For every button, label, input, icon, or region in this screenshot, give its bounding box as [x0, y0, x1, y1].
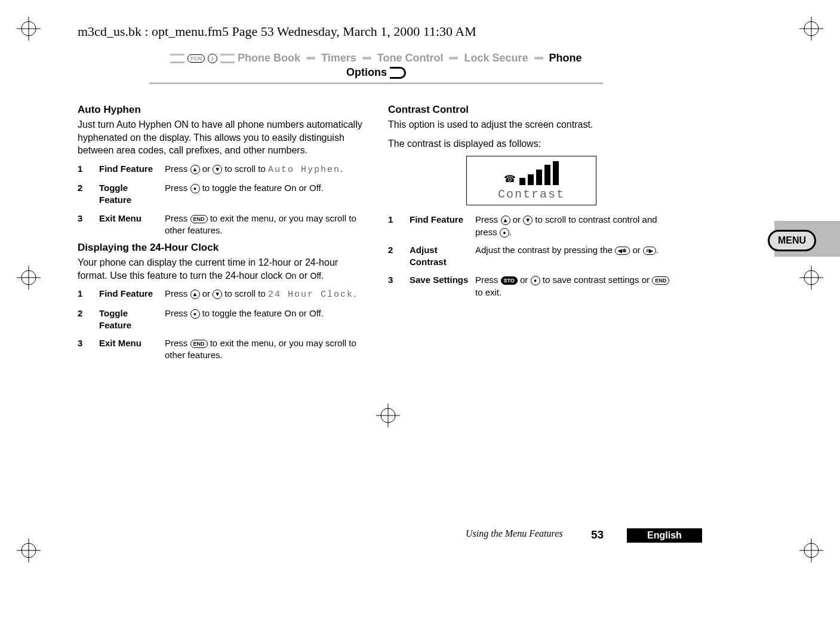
phone-icon: ☎	[504, 173, 516, 186]
paragraph: Your phone can display the current time …	[78, 256, 364, 282]
sto-key-icon: STO	[501, 276, 518, 285]
step-label: Adjust Contrast	[410, 244, 469, 269]
step-label: Toggle Feature	[99, 307, 159, 332]
step-label: Exit Menu	[99, 337, 159, 362]
section-heading-contrast: Contrast Control	[388, 103, 675, 117]
crop-mark-tl	[17, 17, 41, 41]
section-heading-24h: Displaying the 24-Hour Clock	[78, 241, 364, 255]
end-key-icon: END	[190, 340, 208, 348]
crop-mark-bl	[17, 538, 41, 562]
step-text: Press STO or ● to save contrast settings…	[475, 274, 675, 298]
step-label: Exit Menu	[99, 213, 159, 237]
steps-24h: 1 Find Feature Press or to scroll to 24 …	[78, 288, 364, 361]
lcd-contrast-display: ☎ Contrast	[466, 156, 596, 205]
step-text: Press END to exit the menu, or you may s…	[165, 213, 364, 237]
step-label: Toggle Feature	[99, 182, 159, 207]
step-number: 2	[78, 182, 93, 207]
step-text: Press ● to toggle the feature On or Off.	[165, 307, 364, 332]
step-label: Save Settings	[410, 274, 469, 298]
step-label: Find Feature	[99, 163, 159, 176]
strip-sep-icon: ━	[450, 51, 457, 66]
end-key-icon: END	[652, 276, 669, 285]
step-label: Find Feature	[410, 214, 469, 238]
strip-sep-icon: ━	[307, 51, 315, 66]
crop-mark-ml	[17, 266, 41, 290]
right-column: Contrast Control This option is used to …	[388, 99, 675, 361]
scroll-down-icon	[213, 290, 222, 299]
lcd-text: 24 Hour Clock	[268, 290, 353, 300]
paragraph: The contrast is displayed as follows:	[388, 137, 675, 150]
step-text: Press END to exit the menu, or you may s…	[165, 337, 364, 362]
footer-title: Using the Menu Features	[466, 528, 562, 539]
step-text: Adjust the contrast by pressing the ◀✻ o…	[475, 244, 675, 269]
select-key-icon: ●	[190, 309, 200, 319]
contrast-bars-icon	[519, 161, 559, 185]
strip-item: Tone Control	[377, 52, 444, 64]
step-number: 1	[78, 163, 93, 176]
star-key-icon: ◀✻	[615, 247, 630, 255]
select-key-icon: ●	[500, 228, 509, 238]
footer-language-badge: English	[627, 528, 702, 543]
lcd-label: Contrast	[478, 186, 585, 202]
menu-strip: FCN 1 Phone Book ━ Timers ━ Tone Control…	[149, 51, 603, 84]
strip-item: Timers	[321, 52, 356, 64]
steps-auto-hyphen: 1 Find Feature Press or to scroll to Aut…	[78, 163, 364, 236]
step-text: Press or to scroll to contrast control a…	[475, 214, 675, 238]
page-header: m3cd_us.bk : opt_menu.fm5 Page 53 Wednes…	[78, 24, 476, 39]
step-number: 1	[388, 214, 404, 238]
crop-mark-tr	[799, 17, 823, 41]
scroll-down-icon	[523, 216, 533, 225]
strip-item: Lock Secure	[464, 52, 528, 64]
step-number: 3	[78, 337, 93, 362]
crop-mark-bm	[376, 404, 400, 427]
section-heading-auto-hyphen: Auto Hyphen	[78, 103, 364, 117]
paragraph: This option is used to adjust the screen…	[388, 118, 675, 131]
scroll-up-icon	[190, 165, 200, 174]
step-number: 1	[78, 288, 93, 301]
lcd-text: Auto Hyphen	[268, 165, 340, 175]
strip-sep-icon: ━	[535, 51, 543, 66]
step-text: Press ● to toggle the feature On or Off.	[165, 182, 364, 207]
scroll-down-icon	[213, 165, 222, 174]
scroll-up-icon	[190, 290, 200, 299]
strip-sep-icon: ━	[363, 51, 371, 66]
one-key-icon: 1	[208, 54, 217, 63]
crop-mark-br	[799, 538, 823, 562]
paragraph: Just turn Auto Hyphen ON to have all pho…	[78, 118, 364, 157]
left-column: Auto Hyphen Just turn Auto Hyphen ON to …	[78, 99, 364, 361]
crop-mark-mr	[799, 266, 823, 290]
select-key-icon: ●	[190, 184, 200, 193]
hash-key-icon: #▶	[643, 247, 656, 255]
fcn-key-icon: FCN	[187, 54, 205, 63]
step-number: 3	[78, 213, 93, 237]
menu-badge: MENU	[768, 230, 816, 251]
strip-item: Phone Book	[238, 52, 300, 64]
step-text: Press or to scroll to Auto Hyphen.	[165, 163, 364, 176]
steps-contrast: 1 Find Feature Press or to scroll to con…	[388, 214, 675, 298]
step-number: 3	[388, 274, 404, 298]
step-number: 2	[388, 244, 404, 269]
step-number: 2	[78, 307, 93, 332]
step-text: Press or to scroll to 24 Hour Clock.	[165, 288, 364, 301]
scroll-up-icon	[501, 216, 510, 225]
step-label: Find Feature	[99, 288, 159, 301]
end-key-icon: END	[190, 215, 208, 223]
footer-page-number: 53	[591, 528, 604, 541]
select-key-icon: ●	[531, 276, 540, 285]
